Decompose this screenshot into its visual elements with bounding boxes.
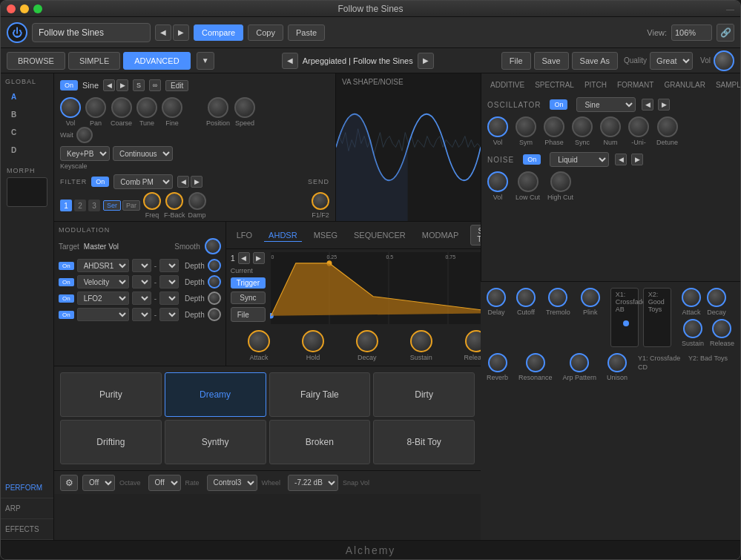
link-icon[interactable]: 🔗: [717, 24, 734, 42]
right-sustain-knob[interactable]: [683, 319, 702, 338]
osc-right-arrow[interactable]: ▶: [658, 99, 670, 111]
prev-preset-button[interactable]: ◀: [155, 24, 171, 41]
osc-detune-knob[interactable]: [657, 116, 678, 137]
right-decay-knob[interactable]: [707, 288, 726, 307]
osc-sym-knob[interactable]: [516, 116, 536, 137]
arp-pattern-knob[interactable]: [570, 353, 589, 372]
lfo-file-button[interactable]: File: [231, 307, 266, 322]
compare-button[interactable]: Compare: [194, 24, 243, 41]
mod-on-3[interactable]: On: [59, 311, 74, 319]
keymode-select[interactable]: Key+PB: [60, 146, 110, 161]
close-button[interactable]: [7, 4, 16, 13]
sequencer-tab[interactable]: SEQUENCER: [349, 229, 410, 241]
edit-button[interactable]: Edit: [165, 80, 188, 91]
vol-knob[interactable]: [60, 97, 81, 118]
osc-uni-knob[interactable]: [628, 116, 649, 137]
tab-spectral[interactable]: SPECTRAL: [532, 79, 577, 91]
preset-select[interactable]: Follow the Sines: [32, 23, 151, 42]
sidebar-item-c[interactable]: C: [5, 124, 49, 140]
coarse-knob[interactable]: [111, 97, 132, 118]
pad-purity[interactable]: Purity: [60, 372, 162, 417]
wait-knob[interactable]: [76, 127, 93, 143]
osc-vol-knob[interactable]: [487, 116, 508, 137]
tune-knob[interactable]: [136, 97, 157, 118]
mod-name-2[interactable]: LFO2: [77, 291, 129, 305]
modmap-tab[interactable]: MODMAP: [418, 229, 464, 241]
s-button[interactable]: S: [133, 79, 145, 91]
perform-tab[interactable]: PERFORM: [1, 478, 53, 498]
attack-knob[interactable]: [248, 330, 270, 352]
filter-num-3[interactable]: 3: [88, 200, 100, 211]
pad-broken[interactable]: Broken: [269, 420, 371, 464]
sidebar-item-b[interactable]: B: [5, 106, 49, 122]
osc-sync-knob[interactable]: [572, 116, 593, 137]
pad-synthy[interactable]: Synthy: [165, 420, 266, 464]
filter-num-1[interactable]: 1: [60, 200, 72, 211]
lfo-tab[interactable]: LFO: [232, 229, 257, 241]
advanced-button[interactable]: ADVANCED: [123, 52, 190, 70]
effects-tab[interactable]: EFFECTS: [1, 519, 53, 540]
cutoff-knob[interactable]: [516, 288, 536, 307]
copy-button[interactable]: Copy: [248, 24, 283, 41]
xy-pad-goodtoys[interactable]: X2: Good Toys: [643, 288, 671, 347]
sidebar-item-d[interactable]: D: [5, 142, 49, 158]
tab-formant[interactable]: FORMANT: [614, 79, 656, 91]
fine-knob[interactable]: [162, 97, 182, 118]
pad-8bit-toy[interactable]: 8-Bit Toy: [373, 420, 475, 464]
lfo-right-arrow[interactable]: ▶: [253, 252, 265, 264]
sustain-knob[interactable]: [410, 330, 432, 352]
filter-num-2[interactable]: 2: [74, 200, 86, 211]
sidebar-item-a[interactable]: A: [5, 88, 49, 105]
ahdsr-tab[interactable]: AHDSR: [264, 229, 302, 242]
pan-knob[interactable]: [85, 97, 106, 118]
par-button[interactable]: Par: [122, 200, 140, 211]
tab-pitch[interactable]: PITCH: [582, 79, 610, 91]
osc-on-button[interactable]: On: [550, 99, 567, 110]
zoom-input[interactable]: [671, 24, 712, 41]
voice-on-button[interactable]: On: [60, 80, 78, 90]
arp-tab[interactable]: ARP: [1, 498, 53, 519]
tremolo-knob[interactable]: [548, 288, 567, 307]
freq-knob[interactable]: [143, 192, 161, 210]
noise-type-select[interactable]: Liquid: [550, 152, 609, 167]
section-right-arrow[interactable]: ▶: [116, 79, 128, 91]
mod-on-2[interactable]: On: [59, 294, 74, 303]
minimize-button[interactable]: [20, 4, 29, 13]
damp-knob[interactable]: [188, 192, 206, 210]
gear-button[interactable]: ⚙: [60, 475, 78, 491]
noise-left-arrow[interactable]: ◀: [615, 154, 627, 165]
wheel-select[interactable]: Control3: [207, 475, 257, 491]
mod-on-0[interactable]: On: [59, 262, 74, 270]
filter-on-button[interactable]: On: [91, 177, 109, 187]
reverb-knob[interactable]: [488, 353, 507, 372]
mod-mode-2[interactable]: E: [132, 291, 151, 305]
noise-lowcut-knob[interactable]: [518, 171, 539, 192]
octave-select[interactable]: Off: [82, 475, 115, 491]
xy-pad-ab[interactable]: X1: Crossfade AB: [610, 288, 639, 347]
sync-button[interactable]: Sync: [231, 291, 266, 304]
plink-knob[interactable]: [581, 288, 600, 307]
paste-button[interactable]: Paste: [288, 24, 325, 41]
osc-left-arrow[interactable]: ◀: [642, 99, 653, 111]
simple-button[interactable]: SIMPLE: [68, 52, 120, 70]
ser-button[interactable]: Ser: [103, 200, 121, 211]
right-release-knob[interactable]: [712, 319, 731, 338]
browse-button[interactable]: BROWSE: [7, 52, 65, 70]
mod-name-0[interactable]: AHDSR1: [77, 259, 129, 272]
filter-left-arrow[interactable]: ◀: [177, 176, 189, 188]
pad-dirty[interactable]: Dirty: [373, 372, 475, 417]
filter-right-arrow[interactable]: ▶: [191, 176, 202, 188]
mod-name-3[interactable]: [77, 308, 129, 321]
pad-fairy-tale[interactable]: Fairy Tale: [269, 372, 371, 417]
resonance-knob[interactable]: [526, 353, 545, 372]
file-button[interactable]: File: [501, 52, 531, 70]
tab-additive[interactable]: ADDITIVE: [487, 79, 527, 91]
right-attack-knob[interactable]: [682, 288, 701, 307]
mod-mode-0[interactable]: E: [132, 259, 151, 272]
loop-mode-select[interactable]: Continuous: [113, 146, 173, 161]
save-as-button[interactable]: Save As: [572, 52, 618, 70]
rate-select[interactable]: Off: [148, 475, 181, 491]
depth-knob-2[interactable]: [208, 291, 221, 305]
section-left-arrow[interactable]: ◀: [103, 79, 115, 91]
delay-knob[interactable]: [487, 288, 506, 307]
